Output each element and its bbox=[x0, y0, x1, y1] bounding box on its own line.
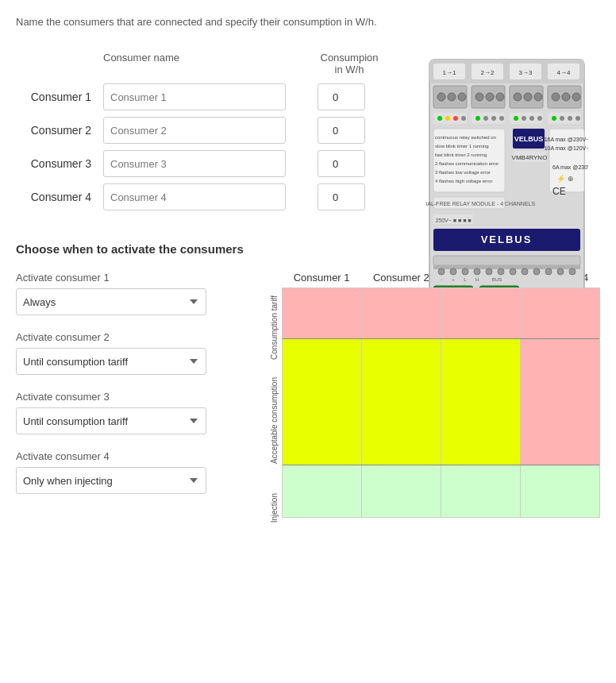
svg-point-19 bbox=[514, 93, 522, 101]
col4-bot-zone bbox=[521, 465, 599, 517]
svg-point-71 bbox=[438, 268, 445, 275]
activation-select-4[interactable]: Always Until consumption tariff Only whe… bbox=[16, 467, 206, 494]
svg-text:continuous  relay switched on: continuous relay switched on bbox=[435, 135, 496, 140]
svg-text:16A max @230V~: 16A max @230V~ bbox=[545, 137, 588, 142]
svg-text:+: + bbox=[452, 277, 455, 282]
svg-point-33 bbox=[483, 116, 488, 121]
svg-text:250V~ ■ ■ ■ ■: 250V~ ■ ■ ■ ■ bbox=[435, 218, 471, 223]
svg-text:VELBUS: VELBUS bbox=[481, 233, 533, 245]
consumer-3-value-input[interactable] bbox=[318, 150, 365, 177]
svg-point-37 bbox=[514, 116, 518, 121]
svg-point-43 bbox=[560, 116, 564, 121]
col2-mid-zone bbox=[362, 338, 441, 464]
svg-text:CE: CE bbox=[552, 186, 566, 197]
svg-text:6A max @230V~: 6A max @230V~ bbox=[552, 164, 588, 170]
svg-point-44 bbox=[568, 116, 572, 121]
chart-area: Consumption tariff Acceptable consumptio… bbox=[238, 272, 600, 518]
y-label-consumption-tariff: Consumption tariff bbox=[270, 295, 279, 360]
col1-bot-zone bbox=[283, 465, 361, 517]
svg-text:POTENTIAL-FREE RELAY MODULE - : POTENTIAL-FREE RELAY MODULE - 4 CHANNELS bbox=[425, 201, 535, 206]
col2-bot-zone bbox=[362, 465, 441, 517]
svg-text:3→3: 3→3 bbox=[519, 69, 533, 76]
chart-header-1: Consumer 1 bbox=[282, 272, 361, 284]
activation-item-2: Activate consumer 2 Always Until consump… bbox=[16, 331, 222, 375]
svg-point-27 bbox=[437, 116, 442, 121]
chart-columns: Consumer 1 Consumer 2 Consumer 3 Consume… bbox=[282, 272, 600, 518]
col3-top-zone bbox=[441, 288, 520, 338]
svg-text:⚡ ⊕: ⚡ ⊕ bbox=[556, 174, 574, 183]
svg-text:3 flashes  low voltage error: 3 flashes low voltage error bbox=[435, 170, 491, 175]
svg-text:fast blink   timer 2 running: fast blink timer 2 running bbox=[435, 152, 487, 157]
chart-body bbox=[282, 287, 600, 518]
col4-top-zone bbox=[521, 288, 599, 338]
svg-point-73 bbox=[462, 268, 468, 275]
svg-point-17 bbox=[496, 93, 504, 101]
svg-text:2→2: 2→2 bbox=[481, 69, 495, 76]
consumer-4-label: Consumer 4 bbox=[16, 191, 103, 203]
consumer-2-value-input[interactable] bbox=[318, 117, 365, 144]
consumer-3-name-input[interactable] bbox=[103, 150, 286, 177]
activation-label-1: Activate consumer 1 bbox=[16, 272, 222, 284]
consumer-1-name-input[interactable] bbox=[103, 83, 286, 110]
consumer-2-name-input[interactable] bbox=[103, 117, 286, 144]
svg-point-38 bbox=[522, 116, 526, 121]
col-name-header: Consumer name bbox=[103, 52, 286, 75]
activation-item-3: Activate consumer 3 Always Until consump… bbox=[16, 391, 222, 434]
svg-point-25 bbox=[572, 93, 580, 101]
activation-label-3: Activate consumer 3 bbox=[16, 391, 222, 403]
col2-top-zone bbox=[362, 288, 441, 338]
svg-point-16 bbox=[486, 93, 494, 101]
col1-top-zone bbox=[283, 288, 361, 338]
activation-select-3[interactable]: Always Until consumption tariff Only whe… bbox=[16, 407, 206, 434]
svg-point-79 bbox=[533, 268, 540, 275]
svg-rect-70 bbox=[433, 265, 580, 269]
svg-point-80 bbox=[545, 268, 552, 275]
svg-point-32 bbox=[475, 116, 480, 121]
svg-text:-: - bbox=[441, 277, 442, 282]
svg-point-42 bbox=[552, 116, 556, 121]
svg-text:4→4: 4→4 bbox=[557, 69, 571, 76]
consumer-4-name-input[interactable] bbox=[103, 183, 286, 210]
svg-point-13 bbox=[458, 93, 466, 101]
svg-point-21 bbox=[534, 93, 542, 101]
svg-point-30 bbox=[461, 116, 466, 121]
svg-text:4 flashes  high voltage error: 4 flashes high voltage error bbox=[435, 179, 492, 183]
col3-bot-zone bbox=[441, 465, 520, 517]
activation-controls: Activate consumer 1 Always Until consump… bbox=[16, 272, 222, 518]
svg-point-29 bbox=[453, 116, 458, 121]
activation-select-1[interactable]: Always Until consumption tariff Only whe… bbox=[16, 288, 206, 315]
svg-text:BUS: BUS bbox=[492, 277, 502, 282]
intro-text: Name the consumers that are connected an… bbox=[16, 16, 600, 28]
svg-point-20 bbox=[524, 93, 532, 101]
activation-label-2: Activate consumer 2 bbox=[16, 331, 222, 343]
activation-label-4: Activate consumer 4 bbox=[16, 450, 222, 462]
y-label-acceptable: Acceptable consumption bbox=[270, 377, 279, 464]
svg-point-11 bbox=[437, 93, 445, 101]
activation-select-2[interactable]: Always Until consumption tariff Only whe… bbox=[16, 348, 206, 375]
svg-text:VMB4RYNO: VMB4RYNO bbox=[512, 154, 548, 161]
svg-point-74 bbox=[474, 268, 480, 275]
y-label-injection: Injection bbox=[270, 493, 279, 523]
svg-text:H: H bbox=[475, 277, 479, 282]
col1-mid-zone bbox=[283, 338, 361, 464]
svg-point-15 bbox=[475, 93, 483, 101]
svg-point-24 bbox=[562, 93, 570, 101]
svg-text:10A max @120V~: 10A max @120V~ bbox=[545, 145, 588, 151]
svg-point-45 bbox=[576, 116, 580, 121]
activation-item-1: Activate consumer 1 Always Until consump… bbox=[16, 272, 222, 315]
col3-mid-zone bbox=[441, 338, 520, 464]
svg-text:1→1: 1→1 bbox=[443, 69, 456, 76]
svg-point-35 bbox=[499, 116, 504, 121]
activation-item-4: Activate consumer 4 Always Until consump… bbox=[16, 450, 222, 494]
consumer-4-value-input[interactable] bbox=[318, 183, 365, 210]
svg-point-77 bbox=[510, 268, 516, 275]
svg-point-40 bbox=[537, 116, 542, 121]
svg-point-28 bbox=[445, 116, 450, 121]
svg-point-81 bbox=[557, 268, 564, 275]
col4-mid-zone bbox=[521, 338, 599, 464]
consumer-1-value-input[interactable] bbox=[318, 83, 365, 110]
svg-point-23 bbox=[552, 93, 560, 101]
col-consumption-header: Consumpion in W/h bbox=[318, 52, 381, 75]
svg-text:slow blink  timer 1 running: slow blink timer 1 running bbox=[435, 144, 489, 149]
svg-point-39 bbox=[529, 116, 534, 121]
